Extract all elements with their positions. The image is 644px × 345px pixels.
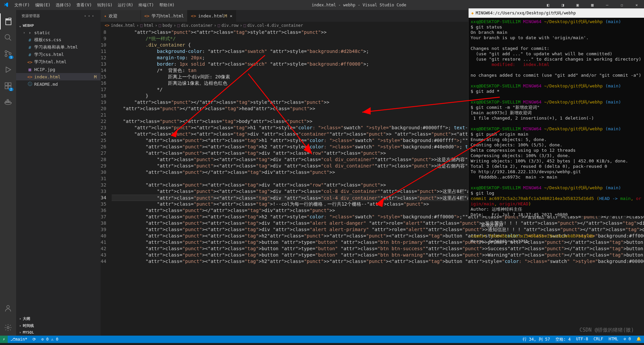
tree-item[interactable]: #学习css.html: [16, 51, 101, 58]
close-button[interactable]: ✕: [629, 3, 644, 7]
indentation[interactable]: 空格: 4: [553, 337, 574, 342]
tree-item[interactable]: ››static: [16, 29, 101, 36]
scm-badge: 1: [9, 56, 13, 59]
mysql-section[interactable]: ›MYSQL: [16, 329, 101, 336]
terminal-title: MINGW64:/c/Users/xxq/Desktop/git代码/webhp: [476, 10, 576, 16]
tree-item[interactable]: ▦HCIP.jpg: [16, 66, 101, 73]
git-bash-terminal[interactable]: ◆ MINGW64:/c/Users/xxq/Desktop/git代码/web…: [468, 8, 644, 216]
tree-item[interactable]: <>学习html.html: [16, 58, 101, 66]
tree-item[interactable]: #模板css.css: [16, 36, 101, 44]
svg-point-1: [5, 51, 7, 53]
project-header[interactable]: ⌄ WEBHP: [16, 22, 101, 29]
layout-icon[interactable]: ◨: [555, 3, 570, 7]
outline-section[interactable]: ›大纲: [16, 315, 101, 322]
sidebar-title: 资源管理器: [21, 13, 40, 18]
chevron-down-icon: ⌄: [17, 23, 23, 28]
settings-gear-icon[interactable]: [0, 320, 16, 336]
layout-icon[interactable]: ▣: [570, 3, 585, 7]
layout-icon[interactable]: ▦: [585, 3, 600, 7]
menu-file[interactable]: 文件(F): [12, 2, 33, 8]
breadcrumb-item[interactable]: <>index.html: [105, 23, 135, 28]
tree-item[interactable]: <>index.htmlM: [16, 73, 101, 80]
svg-rect-11: [7, 99, 8, 101]
terminal-body[interactable]: xxq@DESKTOP-SVELLIM MINGW64 ~/Desktop/gi…: [469, 18, 644, 251]
remote-indicator[interactable]: ⚡: [0, 336, 8, 343]
git-branch[interactable]: ⎇ main*: [8, 336, 30, 343]
menu-run[interactable]: 运行(R): [115, 2, 136, 8]
port[interactable]: ⊘ 0: [621, 337, 634, 341]
menu-selection[interactable]: 选择(S): [53, 2, 74, 8]
layout-icon[interactable]: ◧: [541, 3, 555, 7]
breadcrumb-item[interactable]: ⬚div.row: [218, 23, 238, 28]
language-mode[interactable]: HTML: [606, 337, 621, 341]
editor-tab[interactable]: ✦欢迎: [101, 10, 141, 22]
cursor-position[interactable]: 行 34, 列 57: [520, 337, 553, 342]
project-name: WEBHP: [23, 23, 34, 28]
explorer-icon[interactable]: [0, 13, 16, 29]
run-debug-icon[interactable]: [0, 62, 16, 78]
svg-rect-5: [8, 83, 11, 85]
problems[interactable]: ⊘ 0 ⚠ 0: [39, 336, 61, 343]
source-control-icon[interactable]: 1: [0, 46, 16, 62]
vscode-logo-icon: [0, 2, 12, 8]
menu-go[interactable]: 转到(G): [95, 2, 115, 8]
window-title: index.html - webhp - Visual Studio Code: [177, 3, 541, 7]
terminal-titlebar[interactable]: ◆ MINGW64:/c/Users/xxq/Desktop/git代码/web…: [469, 8, 644, 18]
more-icon[interactable]: ···: [84, 13, 95, 19]
docker-icon[interactable]: [0, 94, 16, 110]
tree-item[interactable]: #学习表格和表单.html: [16, 44, 101, 51]
menu-terminal[interactable]: 终端(T): [136, 2, 157, 8]
editor-tab[interactable]: <>学习html.html: [141, 10, 187, 22]
notifications-icon[interactable]: 🔔: [634, 337, 644, 341]
file-tree: ››static#模板css.css#学习表格和表单.html#学习css.ht…: [16, 29, 101, 88]
svg-point-3: [9, 53, 11, 55]
svg-point-13: [7, 327, 9, 329]
explorer-sidebar: 资源管理器 ··· ⌄ WEBHP ››static#模板css.css#学习表…: [16, 10, 101, 336]
extensions-icon[interactable]: 2: [0, 78, 16, 94]
timeline-section[interactable]: ›时间线: [16, 322, 101, 329]
svg-rect-6: [5, 86, 8, 89]
menu-edit[interactable]: 编辑(E): [33, 2, 53, 8]
ext-badge: 2: [9, 88, 13, 91]
maximize-button[interactable]: ☐: [614, 3, 629, 7]
menu-bar: 文件(F) 编辑(E) 选择(S) 查看(V) 转到(G) 运行(R) 终端(T…: [12, 2, 177, 8]
breadcrumb-item[interactable]: ⬚div.container: [177, 23, 213, 28]
search-icon[interactable]: [0, 29, 16, 46]
breadcrumb-item[interactable]: ⬚body: [159, 23, 172, 28]
editor-tab[interactable]: <>index.html M×: [187, 10, 236, 22]
minimize-button[interactable]: —: [600, 3, 614, 7]
status-bar: ⚡ ⎇ main* ⟳ ⊘ 0 ⚠ 0 行 34, 列 57 空格: 4 UTF…: [0, 336, 644, 343]
account-icon[interactable]: [0, 300, 16, 316]
eol[interactable]: CRLF: [591, 337, 606, 341]
activity-bar: 1 2: [0, 10, 16, 336]
svg-point-0: [5, 34, 10, 39]
svg-point-2: [5, 55, 7, 57]
window-controls: ◧ ◨ ▣ ▦ — ☐ ✕: [541, 3, 644, 7]
sync-icon[interactable]: ⟳: [30, 336, 39, 343]
menu-view[interactable]: 查看(V): [74, 2, 95, 8]
svg-point-12: [7, 305, 9, 308]
line-numbers: 8910111213141516171819202122232425262728…: [101, 29, 112, 336]
tree-item[interactable]: ⓘREADME.md: [16, 80, 101, 88]
menu-help[interactable]: 帮助(H): [157, 2, 177, 8]
mingw-icon: ◆: [471, 10, 474, 16]
svg-rect-4: [5, 83, 8, 85]
encoding[interactable]: UTF-8: [573, 337, 591, 341]
breadcrumb-item[interactable]: ⬚div.col-4.div_container: [244, 23, 303, 28]
breadcrumb-item[interactable]: ⬚html: [140, 23, 154, 28]
